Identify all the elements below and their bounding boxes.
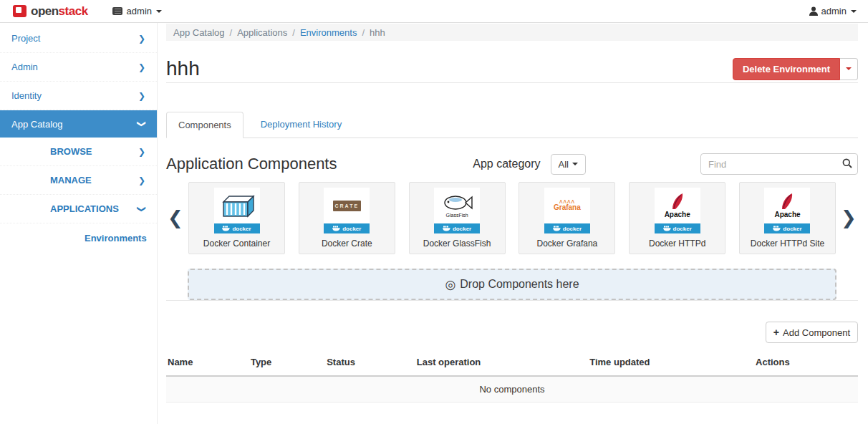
docker-banner-text: docker — [563, 226, 582, 232]
chevron-right-icon: ❯ — [138, 147, 145, 157]
docker-whale-icon — [222, 226, 230, 231]
column-header-last-operation: Last operation — [415, 350, 589, 376]
sidebar-item-applications[interactable]: APPLICATIONS ❯ — [0, 195, 157, 223]
component-card-label: Docker Crate — [322, 238, 372, 249]
breadcrumb-current: hhh — [370, 27, 385, 38]
apache-logo-text: Apache — [665, 211, 690, 218]
topbar: openstack admin admin — [0, 0, 868, 23]
docker-whale-icon — [773, 226, 781, 231]
drop-components-zone[interactable]: ◎ Drop Components here — [188, 269, 836, 300]
delete-environment-button[interactable]: Delete Environment — [733, 58, 840, 80]
find-input[interactable] — [700, 153, 858, 175]
breadcrumb: App Catalog / Applications / Environment… — [166, 24, 858, 41]
docker-whale-icon — [553, 226, 561, 231]
chevron-right-icon: ❯ — [138, 34, 145, 44]
delete-environment-dropdown-toggle[interactable] — [840, 58, 858, 80]
chevron-right-icon: ❯ — [138, 62, 145, 72]
component-card-label: Docker GlassFish — [423, 238, 491, 249]
docker-whale-icon — [443, 226, 450, 231]
component-card-docker-container[interactable]: docker Docker Container — [188, 182, 285, 254]
user-menu-dropdown[interactable]: admin — [809, 6, 857, 16]
tab-components[interactable]: Components — [166, 112, 243, 138]
empty-table-row: No components — [166, 376, 858, 403]
carousel-next-icon[interactable]: ❯ — [839, 207, 858, 229]
component-card-label: Docker Container — [203, 238, 270, 249]
components-table: Name Type Status Last operation Time upd… — [166, 350, 858, 403]
add-component-button[interactable]: + Add Component — [766, 322, 858, 343]
title-divider — [166, 82, 858, 83]
breadcrumb-separator: / — [292, 27, 295, 38]
sidebar-item-identity[interactable]: Identity ❯ — [0, 82, 157, 110]
component-card-docker-grafana[interactable]: ᴧᴧᴧᴧ Grafana docker Docker Grafana — [519, 182, 615, 254]
docker-banner: docker — [764, 223, 810, 233]
section-heading: Application Components — [166, 155, 337, 173]
crate-logo-text: CRATE — [333, 201, 362, 211]
component-card-label: Docker HTTPd — [649, 238, 705, 249]
docker-crate-icon: CRATE docker — [324, 188, 370, 233]
docker-banner-text: docker — [342, 226, 361, 232]
drop-zone-text: Drop Components here — [460, 278, 579, 291]
find-search-box — [700, 153, 858, 175]
table-header-row: Name Type Status Last operation Time upd… — [166, 350, 858, 376]
component-card-docker-httpd-site[interactable]: Apache docker Docker HTTPd Site — [739, 182, 836, 254]
sidebar-item-label: Identity — [11, 90, 42, 101]
horizon-app: openstack admin admin Project ❯ Admin ❯ — [0, 0, 868, 424]
chevron-down-icon — [851, 10, 857, 13]
column-header-time-updated: Time updated — [588, 350, 754, 376]
component-card-docker-glassfish[interactable]: GlassFish docker Docker GlassFish — [409, 182, 506, 254]
chevron-right-icon: ❯ — [138, 91, 145, 101]
docker-httpd-site-icon: Apache docker — [764, 188, 810, 233]
docker-banner: docker — [655, 223, 700, 233]
chevron-down-icon — [572, 163, 578, 165]
sidebar-item-admin[interactable]: Admin ❯ — [0, 53, 157, 82]
target-icon: ◎ — [445, 277, 455, 292]
project-picker-label: admin — [127, 6, 152, 16]
project-list-icon — [112, 7, 122, 15]
section-divider — [166, 300, 858, 301]
chevron-down-icon: ❯ — [137, 120, 147, 127]
column-header-type: Type — [249, 350, 325, 376]
breadcrumb-environments-link[interactable]: Environments — [300, 27, 357, 38]
glassfish-logo-text: GlassFish — [446, 213, 468, 218]
docker-banner: docker — [544, 223, 590, 233]
sidebar-item-browse[interactable]: BROWSE ❯ — [0, 138, 157, 166]
page-title: hhh — [166, 57, 200, 80]
docker-httpd-icon: Apache docker — [655, 188, 700, 233]
docker-grafana-icon: ᴧᴧᴧᴧ Grafana docker — [544, 188, 590, 233]
docker-banner-text: docker — [453, 226, 471, 232]
chevron-down-icon: ❯ — [137, 205, 147, 212]
component-card-label: Docker HTTPd Site — [751, 238, 824, 249]
sidebar-item-environments[interactable]: Environments — [0, 223, 157, 252]
sidebar-item-label: BROWSE — [50, 146, 92, 157]
carousel-prev-icon[interactable]: ❮ — [166, 207, 185, 229]
main-content: App Catalog / Applications / Environment… — [158, 23, 868, 424]
docker-whale-icon — [663, 226, 671, 231]
openstack-logo[interactable]: openstack — [13, 4, 88, 19]
project-picker-dropdown[interactable]: admin — [112, 6, 162, 16]
component-card-label: Docker Grafana — [537, 238, 598, 249]
search-icon[interactable] — [842, 158, 852, 168]
delete-environment-button-group: Delete Environment — [733, 58, 858, 80]
component-card-docker-httpd[interactable]: Apache docker Docker HTTPd — [629, 182, 725, 254]
column-header-status: Status — [325, 350, 415, 376]
breadcrumb-applications: Applications — [237, 27, 287, 38]
category-filter-dropdown[interactable]: All — [551, 154, 586, 175]
tab-deployment-history[interactable]: Deployment History — [249, 112, 353, 138]
breadcrumb-separator: / — [362, 27, 365, 38]
apache-feather-icon — [667, 193, 688, 211]
docker-banner: docker — [214, 223, 260, 233]
sidebar-item-project[interactable]: Project ❯ — [0, 24, 157, 53]
sidebar-item-label: Environments — [85, 233, 147, 244]
apache-feather-icon — [776, 193, 798, 211]
add-component-label: Add Component — [783, 327, 850, 338]
openstack-logo-text: openstack — [31, 4, 88, 19]
user-menu-label: admin — [821, 6, 847, 16]
openstack-cube-icon — [13, 5, 26, 17]
sidebar-item-label: MANAGE — [50, 175, 92, 186]
sidebar-item-manage[interactable]: MANAGE ❯ — [0, 166, 157, 195]
sidebar-item-app-catalog[interactable]: App Catalog ❯ — [0, 110, 157, 138]
chevron-down-icon — [846, 67, 852, 70]
docker-banner-text: docker — [232, 226, 251, 232]
apache-logo-text: Apache — [774, 211, 800, 218]
component-card-docker-crate[interactable]: CRATE docker Docker Crate — [299, 182, 395, 254]
